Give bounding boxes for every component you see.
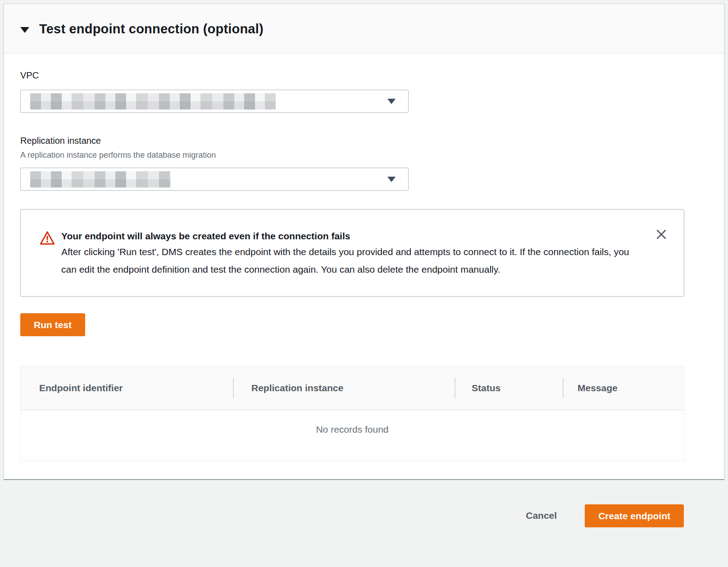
collapse-caret-icon: [20, 27, 29, 33]
table-header-row: Endpoint identifier Replication instance…: [21, 366, 684, 410]
column-header-message: Message: [563, 383, 684, 393]
close-icon[interactable]: [654, 228, 669, 242]
no-records-text: No records found: [316, 424, 388, 435]
test-results-table: Endpoint identifier Replication instance…: [20, 366, 684, 461]
table-empty-state: No records found: [21, 410, 684, 461]
replication-instance-description: A replication instance performs the data…: [20, 150, 684, 160]
column-divider: [563, 378, 564, 398]
create-endpoint-button[interactable]: Create endpoint: [585, 504, 684, 527]
vpc-selected-value-redacted: [30, 93, 276, 110]
warning-icon: [40, 230, 55, 246]
form-actions-footer: Cancel Create endpoint: [0, 480, 728, 551]
warning-alert-body: After clicking 'Run test', DMS creates t…: [61, 243, 647, 278]
column-header-label: Status: [472, 383, 500, 393]
column-header-endpoint-identifier: Endpoint identifier: [21, 383, 233, 393]
column-divider: [455, 378, 455, 398]
vpc-select[interactable]: [20, 90, 409, 113]
column-header-label: Replication instance: [251, 383, 343, 393]
vpc-field: VPC: [20, 69, 684, 113]
column-divider: [233, 378, 234, 398]
replication-instance-field: Replication instance A replication insta…: [20, 134, 684, 191]
warning-alert: Your endpoint will always be created eve…: [20, 209, 684, 297]
cancel-button[interactable]: Cancel: [522, 505, 560, 526]
column-header-status: Status: [455, 383, 563, 393]
dropdown-caret-icon: [387, 177, 396, 182]
run-test-button[interactable]: Run test: [20, 313, 85, 336]
replication-instance-label: Replication instance: [20, 134, 684, 147]
section-body: VPC Replication instance A replication i…: [4, 54, 724, 479]
vpc-label: VPC: [20, 69, 684, 82]
section-title: Test endpoint connection (optional): [39, 19, 264, 39]
dropdown-caret-icon: [387, 99, 396, 104]
column-header-replication-instance: Replication instance: [233, 383, 455, 393]
replication-instance-select[interactable]: [20, 168, 409, 191]
column-header-label: Message: [578, 383, 618, 393]
warning-alert-title: Your endpoint will always be created eve…: [61, 229, 651, 243]
section-header[interactable]: Test endpoint connection (optional): [4, 4, 724, 54]
replication-instance-selected-value-redacted: [30, 171, 171, 187]
warning-alert-content: Your endpoint will always be created eve…: [61, 229, 651, 278]
test-endpoint-connection-section: Test endpoint connection (optional) VPC …: [4, 4, 724, 480]
